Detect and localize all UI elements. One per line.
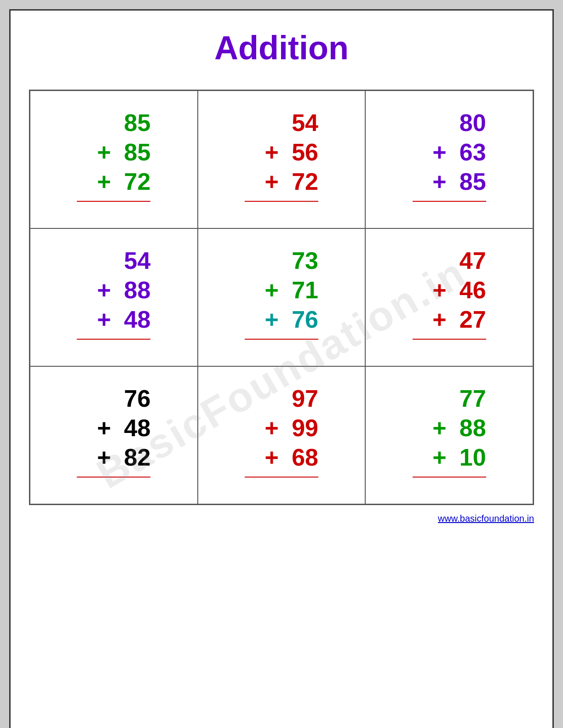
number-1-2: 85	[118, 139, 150, 166]
footer-link[interactable]: www.basicfoundation.in	[29, 513, 534, 524]
cell-9: 77 + 88 + 10	[365, 366, 533, 504]
problem-3: 80 + 63 + 85	[413, 109, 486, 202]
underline-8	[245, 477, 318, 478]
number-1-3: 72	[118, 168, 150, 196]
number-5-1: 73	[270, 247, 318, 275]
plus-8-2: +	[265, 415, 279, 442]
problem-9: 77 + 88 + 10	[413, 385, 486, 478]
page-title: Addition	[29, 24, 534, 76]
number-2-1: 54	[270, 109, 318, 137]
plus-5-2: +	[265, 277, 279, 304]
num-row-6-2: + 46	[432, 277, 486, 304]
number-8-2: 99	[286, 415, 318, 442]
num-row-8-3: + 68	[265, 444, 318, 472]
number-9-3: 10	[454, 444, 486, 472]
cell-7: 76 + 48 + 82	[30, 366, 198, 504]
number-4-3: 48	[118, 306, 150, 334]
problem-8: 97 + 99 + 68	[245, 385, 318, 478]
num-row-7-2: + 48	[97, 415, 150, 442]
plus-5-3: +	[265, 306, 279, 334]
number-9-2: 88	[454, 415, 486, 442]
plus-6-3: +	[432, 306, 446, 334]
num-row-4-2: + 88	[97, 277, 150, 304]
num-row-2-1: 54	[270, 109, 318, 137]
plus-1-2: +	[97, 139, 111, 166]
cell-2: 54 + 56 + 72	[198, 91, 366, 228]
underline-4	[77, 339, 150, 340]
num-row-6-3: + 27	[432, 306, 486, 334]
num-row-5-2: + 71	[265, 277, 318, 304]
cell-4: 54 + 88 + 48	[30, 228, 198, 366]
number-5-2: 71	[286, 277, 318, 304]
num-row-1-3: + 72	[97, 168, 150, 196]
number-9-1: 77	[438, 385, 486, 413]
num-row-4-3: + 48	[97, 306, 150, 334]
problem-2: 54 + 56 + 72	[245, 109, 318, 202]
problem-1: 85 + 85 + 72	[77, 109, 150, 202]
page: Addition 85 + 85 + 72	[9, 9, 554, 728]
num-row-9-1: 77	[438, 385, 486, 413]
num-row-3-3: + 85	[432, 168, 486, 196]
number-6-1: 47	[438, 247, 486, 275]
underline-9	[413, 477, 486, 478]
num-row-9-2: + 88	[432, 415, 486, 442]
number-4-1: 54	[103, 247, 150, 275]
problems-grid: 85 + 85 + 72 54 + 5	[29, 90, 534, 505]
number-7-3: 82	[118, 444, 150, 472]
number-1-1: 85	[103, 109, 150, 137]
num-row-3-2: + 63	[432, 139, 486, 166]
underline-1	[77, 201, 150, 202]
number-6-3: 27	[454, 306, 486, 334]
num-row-8-2: + 99	[265, 415, 318, 442]
number-2-3: 72	[286, 168, 318, 196]
cell-5: 73 + 71 + 76	[198, 228, 366, 366]
cell-1: 85 + 85 + 72	[30, 91, 198, 228]
num-row-1-2: + 85	[97, 139, 150, 166]
number-6-2: 46	[454, 277, 486, 304]
number-3-1: 80	[438, 109, 486, 137]
plus-3-2: +	[432, 139, 446, 166]
plus-8-3: +	[265, 444, 279, 472]
cell-8: 97 + 99 + 68	[198, 366, 366, 504]
number-3-3: 85	[454, 168, 486, 196]
number-3-2: 63	[454, 139, 486, 166]
num-row-7-3: + 82	[97, 444, 150, 472]
num-row-2-3: + 72	[265, 168, 318, 196]
cell-3: 80 + 63 + 85	[365, 91, 533, 228]
number-7-2: 48	[118, 415, 150, 442]
underline-7	[77, 477, 150, 478]
num-row-1-1: 85	[103, 109, 150, 137]
plus-9-2: +	[432, 415, 446, 442]
plus-3-3: +	[432, 168, 446, 196]
plus-7-3: +	[97, 444, 111, 472]
plus-4-2: +	[97, 277, 111, 304]
underline-5	[245, 339, 318, 340]
num-row-3-1: 80	[438, 109, 486, 137]
number-4-2: 88	[118, 277, 150, 304]
underline-3	[413, 201, 486, 202]
number-8-3: 68	[286, 444, 318, 472]
num-row-5-3: + 76	[265, 306, 318, 334]
number-5-3: 76	[286, 306, 318, 334]
number-7-1: 76	[103, 385, 150, 413]
plus-6-2: +	[432, 277, 446, 304]
num-row-9-3: + 10	[432, 444, 486, 472]
underline-6	[413, 339, 486, 340]
num-row-8-1: 97	[270, 385, 318, 413]
plus-1-3: +	[97, 168, 111, 196]
num-row-4-1: 54	[103, 247, 150, 275]
number-2-2: 56	[286, 139, 318, 166]
plus-4-3: +	[97, 306, 111, 334]
problem-5: 73 + 71 + 76	[245, 247, 318, 340]
num-row-6-1: 47	[438, 247, 486, 275]
plus-7-2: +	[97, 415, 111, 442]
problem-6: 47 + 46 + 27	[413, 247, 486, 340]
plus-9-3: +	[432, 444, 446, 472]
num-row-5-1: 73	[270, 247, 318, 275]
num-row-7-1: 76	[103, 385, 150, 413]
problem-4: 54 + 88 + 48	[77, 247, 150, 340]
plus-2-2: +	[265, 139, 279, 166]
number-8-1: 97	[270, 385, 318, 413]
underline-2	[245, 201, 318, 202]
cell-6: 47 + 46 + 27	[365, 228, 533, 366]
